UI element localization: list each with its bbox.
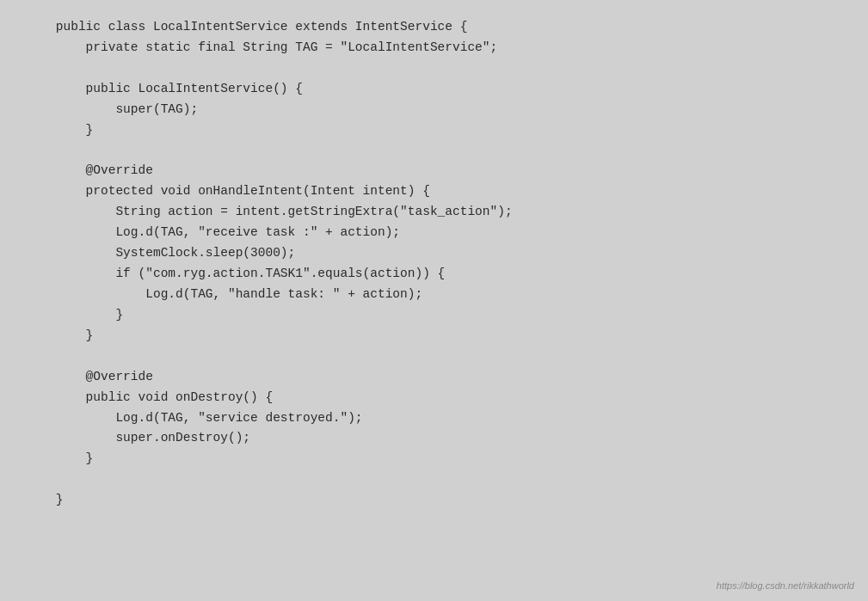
code-block: public class LocalIntentService extends … bbox=[26, 17, 842, 511]
code-container: public class LocalIntentService extends … bbox=[0, 0, 868, 601]
watermark: https://blog.csdn.net/rikkathworld bbox=[717, 580, 854, 591]
